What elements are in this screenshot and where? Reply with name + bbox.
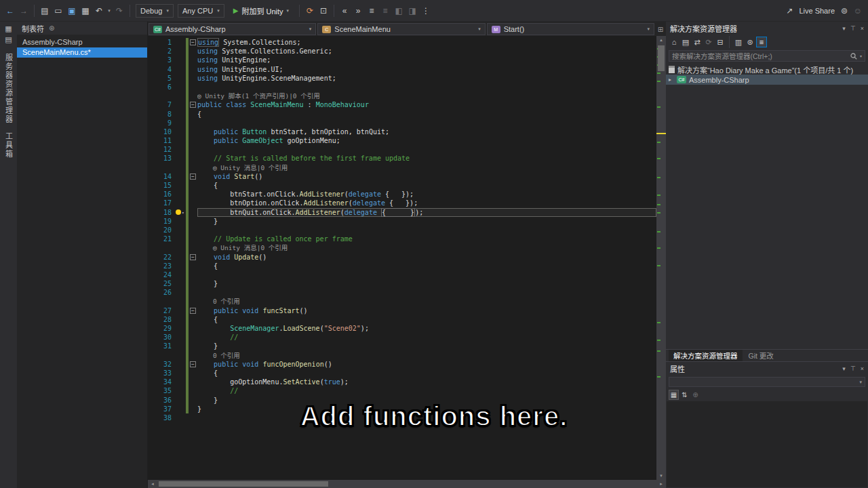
horizontal-scrollbar-thumb[interactable]: [159, 481, 328, 487]
fold-margin[interactable]: [189, 288, 197, 297]
code-line[interactable]: 17 btnOption.onClick.AddListener(delegat…: [148, 199, 656, 207]
line-uncomment-icon[interactable]: ≡: [379, 5, 391, 17]
search-options-chevron-icon[interactable]: ▾: [860, 54, 862, 58]
screenshot-frame-icon[interactable]: ⊡: [317, 5, 330, 17]
code-line[interactable]: 26: [148, 288, 656, 297]
fold-margin[interactable]: [189, 83, 197, 92]
tab-git-changes[interactable]: Git 更改: [744, 350, 778, 361]
glyph-margin[interactable]: [175, 253, 186, 262]
code-line[interactable]: 1−using System.Collections;: [148, 38, 656, 47]
glyph-margin[interactable]: [175, 181, 186, 190]
glyph-margin[interactable]: [175, 56, 186, 64]
fold-margin[interactable]: [189, 262, 197, 270]
glyph-margin[interactable]: [175, 127, 186, 136]
pin-icon[interactable]: ⊤: [850, 25, 856, 32]
glyph-margin[interactable]: [175, 324, 186, 333]
glyph-margin[interactable]: [175, 172, 186, 181]
code-line[interactable]: 12: [148, 145, 656, 154]
glyph-margin[interactable]: [175, 163, 186, 172]
fold-margin[interactable]: [189, 405, 197, 413]
window-position-icon[interactable]: ▾: [842, 25, 846, 32]
code-line[interactable]: 20: [148, 226, 656, 235]
code-area[interactable]: 1−using System.Collections;2using System…: [148, 36, 656, 480]
code-line[interactable]: 16 btnStart.onClick.AddListener(delegate…: [148, 190, 656, 199]
fold-margin[interactable]: [189, 74, 197, 83]
fold-margin[interactable]: −: [189, 38, 197, 47]
glyph-margin[interactable]: [175, 92, 186, 100]
glyph-margin[interactable]: [175, 217, 186, 226]
se-show-all-files-icon[interactable]: ▥: [733, 37, 744, 48]
fold-margin[interactable]: [189, 270, 197, 279]
codelens-line[interactable]: ◎ Unity 脚本(1 个资产引用)|0 个引用: [148, 92, 656, 100]
fold-margin[interactable]: [189, 154, 197, 163]
se-collapse-all-icon[interactable]: ⊟: [715, 37, 726, 48]
code-line[interactable]: 28 {: [148, 315, 656, 324]
fold-margin[interactable]: [189, 127, 197, 136]
fold-margin[interactable]: [189, 190, 197, 199]
glyph-margin[interactable]: [175, 333, 186, 342]
bookmark-prev-icon[interactable]: ◧: [393, 5, 405, 17]
glyph-margin[interactable]: [175, 315, 186, 324]
redo-icon[interactable]: ↷: [113, 5, 125, 17]
glyph-margin[interactable]: [175, 136, 186, 145]
code-line[interactable]: 15 {: [148, 181, 656, 190]
toolbar-overflow-icon[interactable]: ⋮: [420, 5, 432, 17]
fold-collapse-icon[interactable]: −: [190, 174, 196, 180]
fold-collapse-icon[interactable]: −: [190, 361, 196, 367]
platform-dropdown[interactable]: Any CPU▾: [178, 4, 224, 18]
debug-configuration-dropdown[interactable]: Debug▾: [136, 4, 174, 18]
glyph-margin[interactable]: [175, 235, 186, 243]
glyph-margin[interactable]: [175, 47, 186, 56]
open-file-icon[interactable]: ▭: [52, 5, 64, 17]
close-icon[interactable]: ×: [861, 25, 864, 32]
fold-margin[interactable]: [189, 163, 197, 172]
fold-collapse-icon[interactable]: −: [190, 308, 196, 314]
se-home-icon[interactable]: ⌂: [669, 37, 679, 47]
code-line[interactable]: 32− public void funcOpenOpenion(): [148, 360, 656, 369]
se-properties-icon[interactable]: ⊛: [745, 37, 755, 48]
code-line[interactable]: 4using UnityEngine.UI;: [148, 65, 656, 74]
glyph-margin[interactable]: [175, 386, 186, 395]
horizontal-scrollbar[interactable]: ◂ ▸: [148, 480, 666, 488]
fold-margin[interactable]: [189, 342, 197, 350]
fold-margin[interactable]: −: [189, 360, 197, 369]
live-share-icon[interactable]: ↗: [783, 5, 795, 17]
glyph-margin[interactable]: [175, 342, 186, 350]
glyph-margin[interactable]: [175, 351, 186, 360]
vertical-scrollbar[interactable]: ▲ ▼: [656, 36, 666, 480]
fold-margin[interactable]: [189, 351, 197, 360]
activity-tab[interactable]: 服务器资源管理器: [3, 54, 14, 124]
code-line[interactable]: 13 // Start is called before the first f…: [148, 154, 656, 163]
fold-margin[interactable]: −: [189, 100, 197, 109]
code-line[interactable]: 7−public class SceneMainMenu : MonoBehav…: [148, 100, 656, 109]
glyph-margin[interactable]: [175, 154, 186, 163]
project-dropdown[interactable]: C#Assembly-CSharp▾: [149, 23, 316, 35]
code-line[interactable]: 23 {: [148, 262, 656, 270]
fold-collapse-icon[interactable]: −: [190, 39, 196, 45]
toolbox-icon[interactable]: ▤: [5, 35, 12, 44]
fold-margin[interactable]: [189, 235, 197, 243]
fold-margin[interactable]: [189, 315, 197, 324]
glyph-margin[interactable]: [175, 369, 186, 378]
glyph-margin[interactable]: [175, 38, 186, 47]
nav-back-icon[interactable]: ←: [4, 5, 16, 17]
fold-margin[interactable]: [189, 47, 197, 56]
props-property-pages-icon[interactable]: ⊕: [690, 390, 701, 400]
code-line[interactable]: 38: [148, 413, 656, 422]
se-switch-views-icon[interactable]: ▤: [680, 37, 691, 48]
fold-margin[interactable]: [189, 208, 197, 217]
save-icon[interactable]: ▣: [66, 5, 78, 17]
glyph-margin[interactable]: [175, 199, 186, 207]
code-line[interactable]: 8{: [148, 110, 656, 119]
code-line[interactable]: 27− public void funcStart(): [148, 306, 656, 315]
glyph-margin[interactable]: [175, 226, 186, 235]
code-line[interactable]: 21 // Update is called once per frame: [148, 235, 656, 243]
class-dropdown[interactable]: CSceneMainMenu▾: [317, 23, 485, 35]
server-explorer-icon[interactable]: ▦: [5, 24, 12, 33]
fold-margin[interactable]: [189, 145, 197, 154]
code-line[interactable]: 30 //: [148, 333, 656, 342]
glyph-margin[interactable]: [175, 243, 186, 252]
glyph-margin[interactable]: [175, 288, 186, 297]
gear-icon[interactable]: ⊛: [49, 24, 54, 32]
scroll-down-icon[interactable]: ▼: [656, 472, 666, 480]
